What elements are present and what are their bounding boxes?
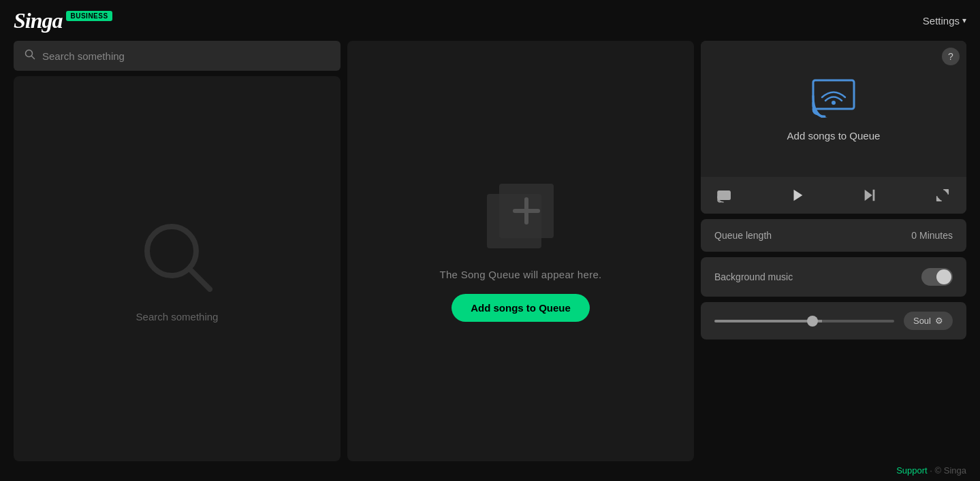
skip-button[interactable] [859,185,880,205]
background-music-toggle[interactable] [921,268,953,286]
main-content: Search something The Song Queue will app… [0,41,980,461]
settings-label: Settings [923,15,960,27]
toggle-knob [936,269,951,284]
background-music-label: Background music [714,271,793,282]
logo: Singa [14,8,62,33]
cast-icon [810,77,857,120]
add-songs-button[interactable]: Add songs to Queue [452,294,590,322]
queue-length-label: Queue length [714,230,772,241]
chevron-down-icon: ▾ [962,16,966,25]
queue-length-card: Queue length 0 Minutes [701,219,966,252]
search-empty-state: Search something [14,76,341,461]
queue-panel: The Song Queue will appear here. Add son… [347,41,694,461]
svg-line-1 [32,56,35,59]
footer: Support · © Singa [0,461,980,481]
business-badge: BUSINESS [66,11,112,21]
background-music-card: Background music [701,257,966,297]
svg-rect-13 [873,190,875,201]
genre-name: Soul [913,316,931,326]
svg-marker-12 [865,190,872,201]
copyright: © Singa [935,465,966,476]
svg-point-9 [832,101,836,105]
header: Singa BUSINESS Settings ▾ [0,0,980,41]
support-link[interactable]: Support [896,465,928,476]
logo-area: Singa BUSINESS [14,8,112,33]
fullscreen-button[interactable] [932,185,953,205]
volume-slider[interactable] [714,320,894,322]
footer-separator: · [930,465,934,476]
cast-control-button[interactable] [714,185,735,205]
gear-icon: ⚙ [935,316,943,326]
search-empty-text: Search something [136,311,219,322]
svg-marker-11 [793,190,802,201]
search-input[interactable] [42,50,330,62]
svg-line-3 [190,269,210,289]
queue-length-value: 0 Minutes [911,230,953,241]
queue-empty-icon [480,180,562,255]
svg-rect-10 [718,191,730,200]
right-panel: ? Add songs [701,41,966,461]
search-panel: Search something [14,41,341,461]
queue-empty-text: The Song Queue will appear here. [439,269,601,280]
volume-genre-card: Soul ⚙ [701,302,966,339]
search-icon [25,49,35,63]
play-button[interactable] [787,185,808,205]
player-card: ? Add songs [701,41,966,214]
settings-button[interactable]: Settings ▾ [923,15,966,27]
help-button[interactable]: ? [942,48,960,65]
search-large-icon [136,216,218,297]
search-bar [14,41,341,71]
genre-button[interactable]: Soul ⚙ [904,312,953,330]
player-display: ? Add songs [701,41,966,177]
cast-label: Add songs to Queue [787,130,881,142]
player-controls [701,177,966,214]
